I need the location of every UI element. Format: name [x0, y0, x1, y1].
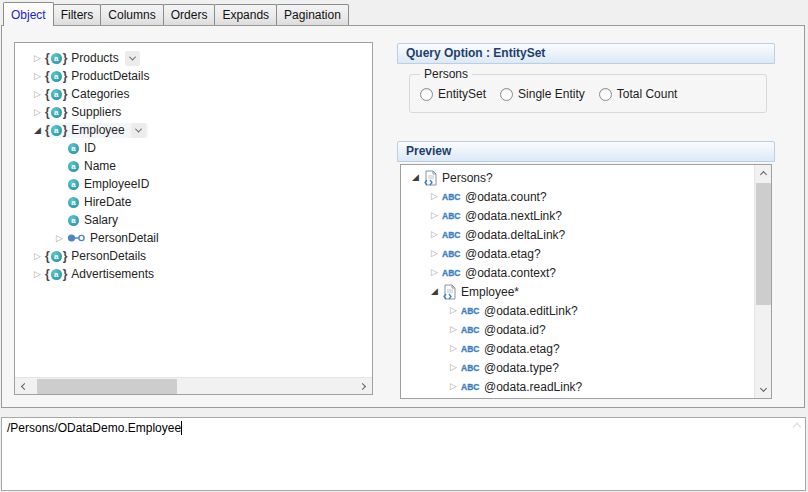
preview-item-odata-nextlink[interactable]: ABC @odata.nextLink? [401, 206, 755, 225]
scroll-down-button[interactable] [755, 381, 772, 398]
text-property-icon: ABC [461, 363, 480, 373]
preview-item-label: @odata.id? [484, 323, 546, 337]
expander-collapsed-icon[interactable] [32, 270, 43, 279]
vertical-scrollbar[interactable] [754, 165, 771, 398]
tree-item-advertisements[interactable]: a Advertisements [15, 265, 372, 283]
preview-item-label: @odata.count? [465, 190, 547, 204]
tab-pagination[interactable]: Pagination [276, 4, 349, 25]
tree-item-persondetails[interactable]: a PersonDetails [15, 247, 372, 265]
text-property-icon: ABC [442, 230, 461, 240]
tree-item-productdetails[interactable]: a ProductDetails [15, 67, 372, 85]
tree-item-id[interactable]: a ID [15, 139, 372, 157]
preview-header: Preview [397, 141, 775, 162]
expander-collapsed-icon[interactable] [32, 252, 43, 261]
text-property-icon: ABC [442, 211, 461, 221]
preview-item-odata-id[interactable]: ABC @odata.id? [401, 320, 755, 339]
dropdown-chevron-icon[interactable] [125, 51, 140, 66]
tree-item-employee[interactable]: a Employee [15, 121, 372, 139]
preview-title: Preview [406, 144, 451, 158]
navigation-property-icon [67, 233, 86, 243]
tree-item-hiredate[interactable]: a HireDate [15, 193, 372, 211]
preview-item-odata-readlink[interactable]: ABC @odata.readLink? [401, 377, 755, 396]
tree-item-products[interactable]: a Products [15, 49, 372, 67]
expander-collapsed-icon[interactable] [448, 382, 459, 391]
expander-collapsed-icon[interactable] [429, 268, 440, 277]
tree-item-label: EmployeeID [84, 177, 149, 191]
horizontal-scrollbar[interactable] [15, 377, 372, 394]
tree-item-persondetail[interactable]: PersonDetail [15, 229, 372, 247]
tree-item-salary[interactable]: a Salary [15, 211, 372, 229]
preview-item-odata-count[interactable]: ABC @odata.count? [401, 187, 755, 206]
tree-item-label: Name [84, 159, 116, 173]
query-option-header: Query Option : EntitySet [397, 43, 775, 64]
expander-collapsed-icon[interactable] [32, 108, 43, 117]
preview-item-odata-deltalink[interactable]: ABC @odata.deltaLink? [401, 225, 755, 244]
tab-label: Columns [108, 8, 155, 22]
tab-label: Pagination [284, 8, 341, 22]
expander-collapsed-icon[interactable] [429, 249, 440, 258]
preview-tree: Persons? ABC @odata.count? ABC @odata.ne… [401, 165, 755, 399]
query-option-title: Query Option : EntitySet [406, 46, 545, 60]
tree-item-employeeid[interactable]: a EmployeeID [15, 175, 372, 193]
expander-collapsed-icon[interactable] [448, 344, 459, 353]
tab-object[interactable]: Object [3, 2, 54, 26]
scrollbar-thumb[interactable] [37, 379, 177, 394]
radio-single-entity[interactable]: Single Entity [500, 87, 585, 101]
tab-orders[interactable]: Orders [163, 4, 216, 25]
expander-collapsed-icon[interactable] [429, 192, 440, 201]
tab-columns[interactable]: Columns [100, 4, 163, 25]
preview-item-label: Persons? [442, 171, 493, 185]
preview-item-odata-etag2[interactable]: ABC @odata.etag? [401, 339, 755, 358]
preview-item-persons[interactable]: Persons? [401, 168, 755, 187]
expander-expanded-icon[interactable] [32, 126, 43, 135]
entity-set-icon: a [45, 51, 67, 65]
scroll-up-button[interactable] [755, 165, 772, 182]
dropdown-chevron-icon[interactable] [131, 123, 146, 138]
tree-item-label: ProductDetails [71, 69, 149, 83]
tree-item-name[interactable]: a Name [15, 157, 372, 175]
expander-expanded-icon[interactable] [410, 173, 421, 182]
tree-item-label: HireDate [84, 195, 131, 209]
tab-filters[interactable]: Filters [53, 4, 102, 25]
preview-item-odata-context[interactable]: ABC @odata.context? [401, 263, 755, 282]
entity-set-icon: a [45, 249, 67, 263]
preview-item-id[interactable]: 123 ID? [401, 396, 755, 399]
preview-item-odata-type[interactable]: ABC @odata.type? [401, 358, 755, 377]
property-icon: a [68, 215, 79, 226]
tab-expands[interactable]: Expands [214, 4, 277, 25]
preview-item-label: Employee* [461, 285, 519, 299]
property-icon: a [68, 197, 79, 208]
expander-collapsed-icon[interactable] [54, 234, 65, 243]
text-caret [181, 421, 182, 435]
scrollbar-thumb[interactable] [756, 183, 771, 305]
tree-item-label: Salary [84, 213, 118, 227]
query-url-textbox[interactable]: /Persons/ODataDemo.Employee [1, 417, 806, 491]
expander-collapsed-icon[interactable] [32, 54, 43, 63]
preview-item-odata-editlink[interactable]: ABC @odata.editLink? [401, 301, 755, 320]
expander-collapsed-icon[interactable] [429, 230, 440, 239]
preview-item-employee[interactable]: Employee* [401, 282, 755, 301]
radio-total-count[interactable]: Total Count [599, 87, 678, 101]
expander-expanded-icon[interactable] [429, 287, 440, 296]
query-url-text: /Persons/ODataDemo.Employee [7, 421, 181, 435]
tree-item-categories[interactable]: a Categories [15, 85, 372, 103]
preview-item-odata-etag[interactable]: ABC @odata.etag? [401, 244, 755, 263]
expander-collapsed-icon[interactable] [448, 306, 459, 315]
entity-set-icon: a [45, 267, 67, 281]
radio-label: Total Count [617, 87, 678, 101]
tree-item-suppliers[interactable]: a Suppliers [15, 103, 372, 121]
tree-item-label: Categories [71, 87, 129, 101]
scroll-left-button[interactable] [15, 378, 32, 395]
radio-entityset[interactable]: EntitySet [420, 87, 486, 101]
expander-collapsed-icon[interactable] [32, 72, 43, 81]
expander-collapsed-icon[interactable] [429, 211, 440, 220]
object-tab-page: a Products a ProductDetails a Categories… [1, 25, 805, 408]
text-property-icon: ABC [461, 344, 480, 354]
expander-collapsed-icon[interactable] [448, 363, 459, 372]
expander-collapsed-icon[interactable] [448, 325, 459, 334]
query-type-radio-group: EntitySet Single Entity Total Count [420, 87, 677, 101]
tree-item-label: PersonDetail [90, 231, 159, 245]
scroll-right-button[interactable] [355, 378, 372, 395]
entity-set-icon: a [45, 69, 67, 83]
expander-collapsed-icon[interactable] [32, 90, 43, 99]
